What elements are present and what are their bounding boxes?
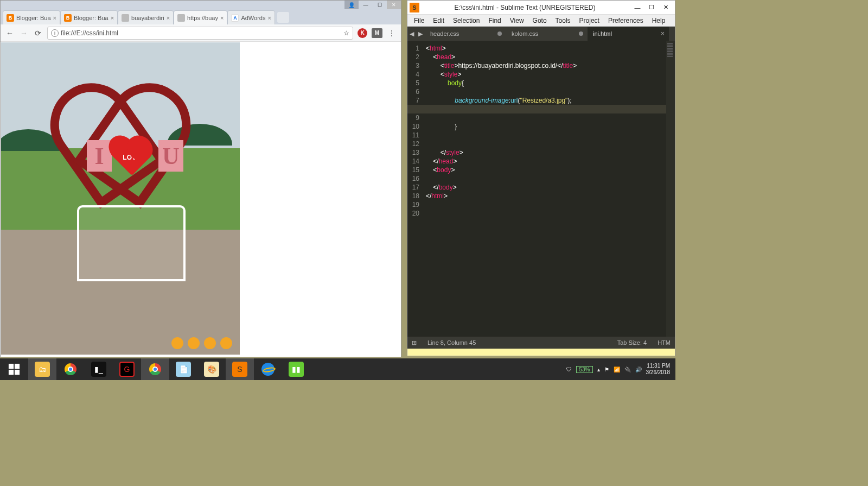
chrome-tab-1[interactable]: B Blogger: Bua × xyxy=(60,10,118,24)
editor-tab-label: kolom.css xyxy=(512,30,538,37)
sublime-titlebar[interactable]: S E:\css\ini.html - Sublime Text (UNREGI… xyxy=(407,1,675,15)
sublime-close-button[interactable]: ✕ xyxy=(659,3,673,12)
blogger-icon: B xyxy=(64,14,72,22)
menu-file[interactable]: File xyxy=(410,16,429,26)
tab-close-icon[interactable]: × xyxy=(111,15,114,21)
menu-edit[interactable]: Edit xyxy=(429,16,449,26)
chrome-icon xyxy=(65,363,76,375)
battery-indicator[interactable]: 53% xyxy=(576,366,592,373)
taskbar-sublime[interactable]: S xyxy=(226,358,254,380)
app-icon: ▮▮ xyxy=(289,362,304,377)
status-tab-size[interactable]: Tab Size: 4 xyxy=(617,339,647,346)
taskbar-chrome-2[interactable] xyxy=(141,358,169,380)
tab-close-icon[interactable]: × xyxy=(167,15,170,21)
editor-tab-ini[interactable]: ini.html × xyxy=(588,27,669,41)
tray-chevron-icon[interactable]: ▴ xyxy=(597,367,600,373)
tab-close-icon[interactable]: × xyxy=(53,15,56,21)
star-icon[interactable]: ☆ xyxy=(343,29,349,37)
taskbar-misc[interactable]: ▮▮ xyxy=(282,358,310,380)
gmail-extension-icon[interactable]: M xyxy=(372,28,382,38)
blogger-icon: B xyxy=(7,14,14,22)
taskbar-garena[interactable]: G xyxy=(113,358,141,380)
tab-close-icon[interactable]: × xyxy=(267,15,271,21)
svg-rect-0 xyxy=(9,364,14,369)
tab-label: buayaberdiri xyxy=(131,15,164,21)
tab-scroll-left-icon[interactable]: ◀ xyxy=(407,27,416,41)
minimap[interactable] xyxy=(666,41,675,337)
network-icon[interactable]: 📶 xyxy=(614,367,620,373)
page-icon xyxy=(177,14,185,22)
reload-button[interactable]: ⟳ xyxy=(33,28,43,38)
chrome-close-button[interactable]: ✕ xyxy=(387,1,401,9)
editor-tab-header[interactable]: header.css xyxy=(425,27,506,41)
letter-u: U xyxy=(158,140,183,172)
menu-preferences[interactable]: Preferences xyxy=(604,16,648,26)
taskbar-clock[interactable]: 11:31 PM 3/26/2018 xyxy=(646,363,671,376)
chrome-viewport: I LOVE U xyxy=(1,42,400,356)
system-tray: 🛡 53% ▴ ⚑ 📶 🔌 🔊 11:31 PM 3/26/2018 xyxy=(566,363,675,376)
chrome-menu-button[interactable]: ⋮ xyxy=(387,28,397,38)
status-syntax[interactable]: HTM xyxy=(658,339,671,346)
menu-tools[interactable]: Tools xyxy=(551,16,575,26)
chrome-tab-0[interactable]: B Blogger: Bua × xyxy=(3,10,60,24)
svg-rect-2 xyxy=(9,370,14,375)
site-info-icon[interactable]: i xyxy=(51,29,59,37)
ie-icon xyxy=(261,363,275,376)
menu-help[interactable]: Help xyxy=(648,16,670,26)
menu-goto[interactable]: Goto xyxy=(528,16,551,26)
sublime-statusbar: ⊞ Line 8, Column 45 Tab Size: 4 HTM xyxy=(407,337,675,349)
status-line-col: Line 8, Column 45 xyxy=(427,339,476,346)
taskbar-chrome[interactable] xyxy=(56,358,85,380)
chrome-new-tab-button[interactable] xyxy=(277,12,289,23)
menu-project[interactable]: Project xyxy=(575,16,604,26)
paint-icon: 🎨 xyxy=(204,362,219,377)
chrome-tab-4[interactable]: Λ AdWords × xyxy=(227,10,275,24)
address-bar[interactable]: i file:///E://css/ini.html ☆ xyxy=(47,27,353,40)
taskbar-cmd[interactable]: ▮_ xyxy=(85,358,113,380)
back-button[interactable]: ← xyxy=(5,28,15,38)
taskbar-notepad[interactable]: 📄 xyxy=(169,358,197,380)
taskbar-paint[interactable]: 🎨 xyxy=(197,358,226,380)
chrome-titlebar: 👤 — ☐ ✕ xyxy=(1,1,401,9)
dirty-dot-icon xyxy=(497,31,502,36)
code-content[interactable]: <html> <head> <title>https://buayaberdir… xyxy=(423,41,666,337)
sublime-title: E:\css\ini.html - Sublime Text (UNREGIST… xyxy=(423,4,627,11)
devices-icon[interactable]: 🔌 xyxy=(624,367,631,373)
menu-selection[interactable]: Selection xyxy=(449,16,484,26)
security-icon[interactable]: 🛡 xyxy=(566,367,572,373)
menu-find[interactable]: Find xyxy=(484,16,505,26)
sublime-maximize-button[interactable]: ☐ xyxy=(644,3,659,12)
tab-label: Blogger: Bua xyxy=(74,15,108,21)
chrome-minimize-button[interactable]: — xyxy=(359,1,373,9)
notepad-icon: 📄 xyxy=(176,362,191,377)
volume-icon[interactable]: 🔊 xyxy=(635,367,642,373)
flag-icon[interactable]: ⚑ xyxy=(604,367,609,373)
garena-icon: G xyxy=(119,362,135,377)
sublime-window: S E:\css\ini.html - Sublime Text (UNREGI… xyxy=(407,0,675,356)
chrome-tab-2[interactable]: buayaberdiri × xyxy=(118,10,174,24)
chrome-tab-3[interactable]: https://buay × xyxy=(174,10,227,24)
letter-i: I xyxy=(87,140,112,172)
editor-tab-kolom[interactable]: kolom.css xyxy=(506,27,588,41)
dirty-dot-icon xyxy=(579,31,583,36)
switch-project-icon[interactable]: ⊞ xyxy=(412,339,417,346)
extension-k-icon[interactable]: K xyxy=(358,28,367,38)
sublime-minimize-button[interactable]: — xyxy=(630,3,644,12)
tab-close-icon[interactable]: × xyxy=(220,15,224,21)
editor-area[interactable]: 1234567891011121314151617181920 <html> <… xyxy=(407,41,675,337)
chrome-maximize-button[interactable]: ☐ xyxy=(373,1,387,9)
tab-label: Blogger: Bua xyxy=(16,15,51,21)
taskbar-explorer[interactable]: 🗂 xyxy=(28,358,56,380)
svg-rect-1 xyxy=(15,364,20,369)
editor-tab-close-icon[interactable]: × xyxy=(661,30,665,37)
tab-scroll-right-icon[interactable]: ▶ xyxy=(416,27,425,41)
sublime-menubar: File Edit Selection Find View Goto Tools… xyxy=(407,15,675,27)
taskbar-ie[interactable] xyxy=(254,358,282,380)
forward-button[interactable]: → xyxy=(19,28,29,38)
chrome-toolbar: ← → ⟳ i file:///E://css/ini.html ☆ K M ⋮ xyxy=(1,24,401,42)
start-button[interactable] xyxy=(0,358,28,380)
cmd-icon: ▮_ xyxy=(91,362,106,377)
chrome-user-button[interactable]: 👤 xyxy=(344,1,359,9)
chrome-window: 👤 — ☐ ✕ B Blogger: Bua × B Blogger: Bua … xyxy=(0,0,401,357)
menu-view[interactable]: View xyxy=(506,16,528,26)
